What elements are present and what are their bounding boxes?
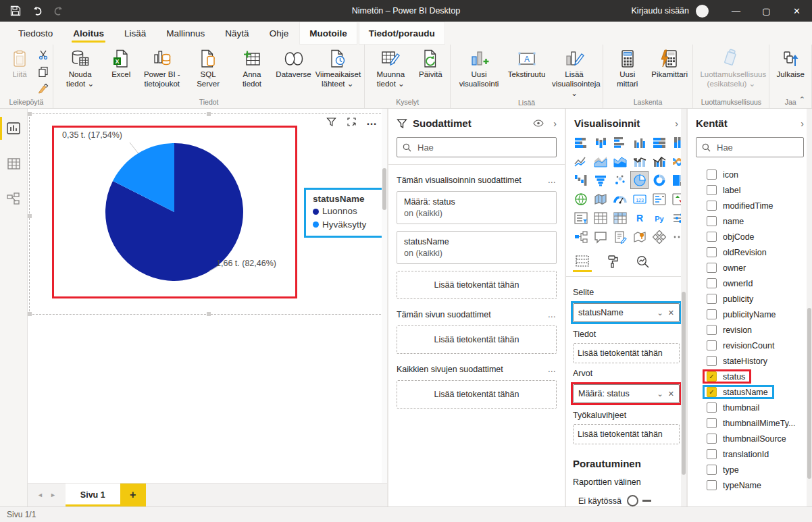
field-checkbox-type[interactable] xyxy=(707,465,717,475)
database-button[interactable]: Nouda tiedot ⌄ xyxy=(56,47,104,89)
area-chart-icon[interactable] xyxy=(591,152,609,170)
line-and-stacked-column-chart-icon[interactable] xyxy=(630,152,649,170)
focus-mode-icon[interactable] xyxy=(346,116,357,127)
clustered-bar-chart-icon[interactable] xyxy=(611,133,629,151)
more-visuals-button[interactable]: Lisää visualisointeja ⌄ xyxy=(549,47,599,98)
field-checkbox-publicity[interactable] xyxy=(707,294,717,304)
smart-narrative-icon[interactable] xyxy=(611,228,629,246)
filters-search-input[interactable] xyxy=(416,142,551,153)
excel-button[interactable]: XExcel xyxy=(104,47,138,80)
page-tab[interactable]: Sivu 1 xyxy=(66,484,120,506)
multi-row-card-icon[interactable] xyxy=(650,190,668,208)
filter-card-Määrä: status[interactable]: Määrä: statuson (kaikki) xyxy=(397,191,557,224)
card-icon[interactable]: 123 xyxy=(630,190,649,208)
tab-aloitus[interactable]: Aloitus xyxy=(63,22,114,45)
stacked-area-chart-icon[interactable] xyxy=(611,152,629,170)
field-checkbox-thumbnailSource[interactable] xyxy=(707,434,717,444)
tab-format[interactable] xyxy=(607,255,619,272)
field-row-revisionCount[interactable]: revisionCount xyxy=(688,338,812,353)
field-checkbox-objCode[interactable] xyxy=(707,232,717,242)
enter-data-button[interactable]: Anna tiedot xyxy=(230,47,274,89)
field-pill-statusName[interactable]: statusName⌄✕ xyxy=(573,303,680,322)
collapse-pane-icon[interactable]: › xyxy=(801,118,804,129)
collapse-pane-icon[interactable]: › xyxy=(553,118,557,129)
table-icon[interactable] xyxy=(591,209,609,227)
field-row-thumbnail[interactable]: thumbnail xyxy=(688,400,812,415)
field-row-name[interactable]: name xyxy=(688,213,812,229)
maximize-button[interactable]: ▢ xyxy=(751,0,782,22)
field-checkbox-owner[interactable] xyxy=(707,263,717,273)
slicer-icon[interactable] xyxy=(572,209,590,227)
report-view-button[interactable] xyxy=(0,118,27,138)
next-page-icon[interactable]: ► xyxy=(50,492,56,498)
field-checkbox-statusName[interactable]: ✓ xyxy=(707,387,717,397)
filter-card-statusName[interactable]: statusNameon (kaikki) xyxy=(397,231,557,264)
field-row-icon[interactable]: icon xyxy=(688,167,812,182)
field-checkbox-stateHistory[interactable] xyxy=(707,356,717,366)
sign-in-link[interactable]: Kirjaudu sisään xyxy=(632,6,689,16)
collapse-pane-icon[interactable]: › xyxy=(675,118,678,129)
clipboard-button[interactable]: Liitä xyxy=(3,47,36,80)
minimize-button[interactable]: — xyxy=(721,0,751,22)
remove-field-icon[interactable]: ✕ xyxy=(668,309,674,317)
field-row-status[interactable]: ✓status xyxy=(688,369,812,384)
field-checkbox-revisionCount[interactable] xyxy=(707,340,717,350)
tab-ohje[interactable]: Ohje xyxy=(259,22,299,45)
arcgis-map-icon[interactable] xyxy=(630,228,649,246)
field-checkbox-thumbnailMimeTy...[interactable] xyxy=(707,418,717,428)
tab-mallinnus[interactable]: Mallinnus xyxy=(156,22,215,45)
tab-analytics[interactable] xyxy=(636,255,649,272)
line-chart-icon[interactable] xyxy=(572,152,590,170)
field-checkbox-oldRevision[interactable] xyxy=(707,247,717,257)
q-and-a-icon[interactable] xyxy=(591,228,609,246)
filters-search[interactable] xyxy=(397,137,557,157)
resize-handle[interactable] xyxy=(207,312,211,316)
visualizations-scrollbar[interactable] xyxy=(681,109,686,506)
cross-report-toggle[interactable] xyxy=(627,495,638,506)
remove-field-icon[interactable]: ✕ xyxy=(668,390,674,398)
eye-icon[interactable] xyxy=(533,120,544,127)
refresh-button[interactable]: Päivitä xyxy=(413,47,447,80)
funnel-chart-icon[interactable] xyxy=(591,171,609,189)
r-script-icon[interactable]: R xyxy=(630,209,649,227)
tab-fields[interactable] xyxy=(576,255,589,272)
matrix-icon[interactable] xyxy=(611,209,629,227)
well-drop-zone[interactable]: Lisää tietokentät tähän xyxy=(573,424,680,444)
scatter-chart-icon[interactable] xyxy=(611,171,629,189)
resize-handle[interactable] xyxy=(207,112,211,116)
tab-n-yt-[interactable]: Näytä xyxy=(215,22,259,45)
field-checkbox-status[interactable]: ✓ xyxy=(707,371,717,382)
text-box-button[interactable]: ATekstiruutu xyxy=(505,47,549,80)
tab-lis-[interactable]: Lisää xyxy=(114,22,156,45)
report-canvas[interactable]: … 0,35 t. (17,54%) 1,66 t. (82,46%) stat… xyxy=(28,109,387,483)
decomposition-tree-icon[interactable] xyxy=(572,228,590,246)
format-painter-icon[interactable] xyxy=(38,83,49,94)
add-page-button[interactable]: + xyxy=(120,484,146,506)
dataverse-button[interactable]: Dataverse xyxy=(274,47,313,80)
model-view-button[interactable] xyxy=(0,188,27,209)
field-row-oldRevision[interactable]: oldRevision xyxy=(688,244,812,260)
quick-measure-button[interactable]: Pikamittari xyxy=(649,47,690,80)
new-visual-button[interactable]: Uusi visualisointi xyxy=(453,47,504,89)
resize-handle[interactable] xyxy=(28,214,32,218)
more-options-icon[interactable]: … xyxy=(366,116,377,127)
pie-chart-icon[interactable] xyxy=(630,171,649,189)
pbi-datasets-button[interactable]: Power BI -tietojoukot xyxy=(138,47,186,89)
previous-page-icon[interactable]: ◄ xyxy=(37,492,43,498)
filled-map-icon[interactable] xyxy=(591,190,609,208)
collapse-ribbon-icon[interactable]: ⌃ xyxy=(799,95,805,104)
more-options-icon[interactable]: … xyxy=(548,176,557,185)
copy-icon[interactable] xyxy=(38,66,49,77)
more-options-icon[interactable]: … xyxy=(548,365,557,374)
field-checkbox-name[interactable] xyxy=(707,216,717,226)
data-view-button[interactable] xyxy=(0,153,27,174)
map-icon[interactable] xyxy=(572,190,590,208)
field-row-publicityName[interactable]: publicityName xyxy=(688,307,812,322)
gauge-icon[interactable] xyxy=(611,190,629,208)
field-checkbox-ownerId[interactable] xyxy=(707,278,717,288)
publish-button[interactable]: Julkaise xyxy=(772,47,809,80)
field-row-owner[interactable]: owner xyxy=(688,260,812,276)
field-row-type[interactable]: type xyxy=(688,462,812,477)
field-row-objCode[interactable]: objCode xyxy=(688,229,812,244)
field-row-thumbnailSource[interactable]: thumbnailSource xyxy=(688,431,812,446)
